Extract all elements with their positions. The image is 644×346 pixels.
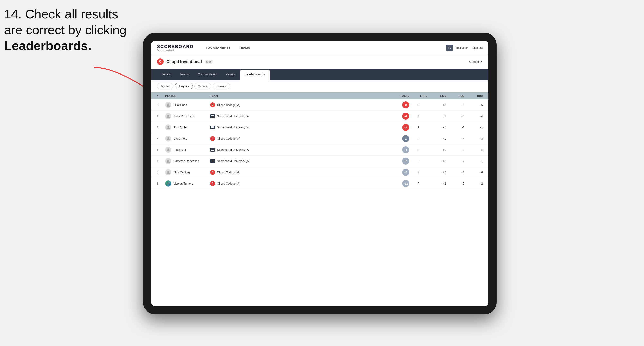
player-name: Marcus Turners [173, 182, 193, 185]
player-avatar [165, 147, 171, 153]
logo-area: SCOREBOARD Powered by clippd [157, 44, 194, 51]
row-number: 3 [157, 126, 165, 129]
rd1-value: +1 [428, 148, 446, 152]
total-score-badge: +6 [402, 158, 409, 165]
rd2-value: -6 [446, 103, 464, 107]
player-avatar [165, 158, 171, 164]
tab-leaderboards[interactable]: Leaderboards [240, 70, 270, 80]
player-name: Blair McHarg [173, 171, 190, 174]
col-rd1: RD1 [428, 94, 446, 97]
team-cell: C Clippd College [A] [210, 102, 387, 107]
tab-results[interactable]: Results [221, 69, 240, 80]
tab-details[interactable]: Details [157, 69, 175, 80]
team-name: Scoreboard University [A] [217, 148, 250, 152]
total-score-badge: +3 [402, 169, 409, 176]
table-row: 1 Elliot Ebert C Clippd College [A] -8 F… [151, 99, 488, 111]
team-name: Clippd College [A] [217, 182, 240, 185]
rd1-value: +5 [428, 160, 446, 163]
team-icon-scoreboard [210, 114, 215, 118]
rd1-value: +3 [428, 103, 446, 107]
tournament-title-area: C Clippd Invitational Men [157, 58, 213, 65]
instruction-text: 14. Check all results are correct by cli… [4, 6, 127, 54]
nav-teams[interactable]: TEAMS [235, 41, 254, 55]
close-icon: ✕ [480, 60, 483, 63]
col-total: TOTAL [387, 94, 409, 97]
filter-teams[interactable]: Teams [157, 83, 173, 89]
team-name: Scoreboard University [A] [217, 115, 250, 118]
thru-value: F [409, 148, 428, 152]
thru-value: F [409, 126, 428, 129]
table-row: 3 Rich Butler Scoreboard University [A] … [151, 122, 488, 133]
row-number: 7 [157, 171, 165, 174]
filter-scores[interactable]: Scores [194, 83, 211, 89]
rd2-value: +5 [446, 115, 464, 118]
tournament-icon: C [157, 58, 164, 65]
filter-bar: Teams Players Scores Strokes [151, 80, 488, 92]
player-name: Rich Butler [173, 126, 187, 129]
team-icon-clippd: C [210, 181, 215, 186]
rd2-value: +2 [446, 160, 464, 163]
tablet-frame: SCOREBOARD Powered by clippd TOURNAMENTS… [143, 33, 497, 314]
table-row: 5 Rees Britt Scoreboard University [A] +… [151, 144, 488, 156]
total-score-badge: +1 [402, 146, 409, 153]
rd2-value: -2 [446, 126, 464, 129]
svg-point-2 [168, 115, 169, 116]
team-name: Scoreboard University [A] [217, 126, 250, 129]
table-body: 1 Elliot Ebert C Clippd College [A] -8 F… [151, 99, 488, 306]
team-cell: Scoreboard University [A] [210, 126, 387, 129]
col-rd2: RD2 [446, 94, 464, 97]
team-icon-scoreboard [210, 159, 215, 163]
signout-button[interactable]: Sign out [472, 46, 483, 49]
total-score-badge: E [402, 135, 409, 142]
thru-value: F [409, 137, 428, 140]
tab-course-setup[interactable]: Course Setup [193, 69, 221, 80]
rd1-value: +1 [428, 137, 446, 140]
rd3-value: -4 [464, 115, 483, 118]
filter-players[interactable]: Players [175, 83, 193, 89]
svg-point-6 [168, 160, 169, 161]
row-number: 6 [157, 160, 165, 163]
col-thru: THRU [409, 94, 428, 97]
cancel-button[interactable]: Cancel ✕ [469, 60, 483, 63]
player-name: David Ford [173, 137, 187, 140]
rd3-value: +2 [464, 182, 483, 185]
tab-bar: Details Teams Course Setup Results Leade… [151, 69, 488, 80]
cancel-label: Cancel [469, 60, 479, 63]
player-cell: Elliot Ebert [165, 102, 210, 108]
rd1-value: -5 [428, 115, 446, 118]
tournament-header: C Clippd Invitational Men Cancel ✕ [151, 55, 488, 69]
team-icon-clippd: C [210, 170, 215, 175]
table-row: 6 Cameron Robertson Scoreboard Universit… [151, 156, 488, 167]
row-number: 2 [157, 115, 165, 118]
tab-teams[interactable]: Teams [175, 69, 193, 80]
rd1-value: +2 [428, 171, 446, 174]
rd1-value: +1 [428, 126, 446, 129]
player-avatar [165, 102, 171, 108]
player-avatar [165, 169, 171, 175]
player-cell: Chris Robertson [165, 113, 210, 119]
nav-tournaments[interactable]: TOURNAMENTS [202, 41, 235, 55]
team-cell: C Clippd College [A] [210, 136, 387, 141]
svg-point-5 [168, 148, 169, 150]
team-name: Clippd College [A] [217, 103, 240, 107]
tournament-badge: Men [204, 60, 213, 64]
rd2-value: +1 [446, 171, 464, 174]
team-cell: C Clippd College [A] [210, 170, 387, 175]
svg-point-4 [168, 137, 169, 139]
player-name: Chris Robertson [173, 115, 194, 118]
table-header: # PLAYER TEAM TOTAL THRU RD1 RD2 RD3 [151, 92, 488, 99]
rd3-value: -5 [464, 103, 483, 107]
filter-strokes[interactable]: Strokes [213, 83, 230, 89]
player-name: Cameron Robertson [173, 160, 199, 163]
thru-value: F [409, 160, 428, 163]
player-cell: Rich Butler [165, 124, 210, 131]
col-num: # [157, 94, 165, 97]
instruction-bold: Leaderboards. [4, 39, 91, 53]
player-cell: Blair McHarg [165, 169, 210, 175]
player-cell: Rees Britt [165, 147, 210, 153]
table-row: 2 Chris Robertson Scoreboard University … [151, 111, 488, 122]
rd2-value: +7 [446, 182, 464, 185]
user-label: Test User | [456, 46, 470, 49]
nav-links: TOURNAMENTS TEAMS [202, 41, 446, 55]
total-score-badge: -2 [402, 124, 409, 131]
